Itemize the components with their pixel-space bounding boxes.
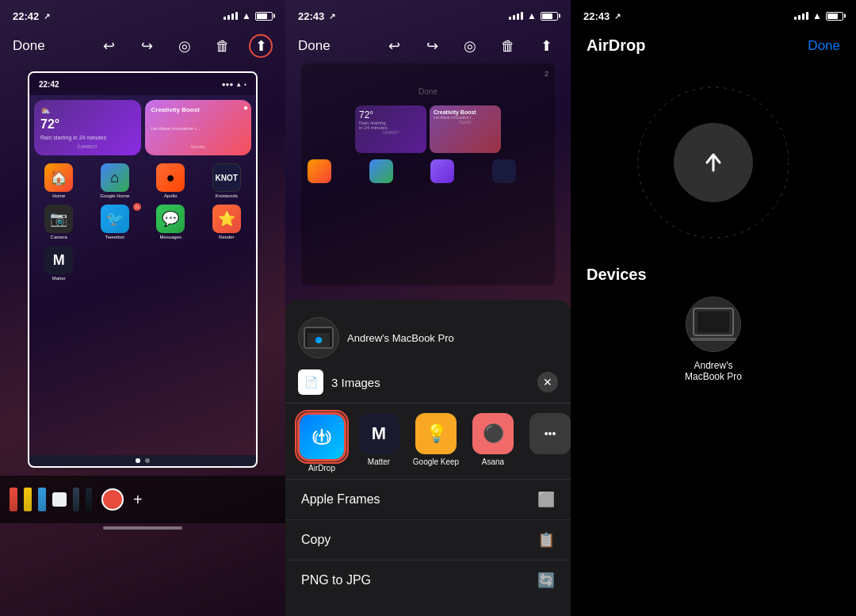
redo-icon[interactable]: ↪ xyxy=(135,34,159,58)
more-dots: ••• xyxy=(545,427,556,440)
airdrop-app-item[interactable]: AirDrop xyxy=(298,413,346,473)
airdrop-icon-wrapper xyxy=(298,413,346,461)
airdrop-ring xyxy=(295,410,349,464)
inner-status-bar-1: 22:42 ●●● ▲ ▪ xyxy=(29,73,256,95)
airdrop-header: AirDrop Done xyxy=(571,29,856,59)
music-widget: ● Creativity Boost Let these innovative … xyxy=(145,100,252,155)
png-to-jpg-action[interactable]: PNG to JPG 🔄 xyxy=(285,560,571,600)
status-bar-2: 22:43 ↗ ▲ xyxy=(285,0,571,29)
camera-label: Camera xyxy=(51,235,67,239)
apple-frames-action[interactable]: Apple Frames ⬜ xyxy=(285,479,571,519)
bg-app-1 xyxy=(308,159,331,183)
app-camera[interactable]: 📷 Camera xyxy=(34,205,84,239)
weather-label: CARROT xyxy=(40,144,135,149)
app-tweetbot[interactable]: 🐦 21 Tweetbot xyxy=(90,205,140,239)
home-indicator-1 xyxy=(103,526,182,530)
bg-page-num: 2 xyxy=(301,63,555,84)
trash-icon-2[interactable]: 🗑 xyxy=(496,34,520,58)
matter-app-item[interactable]: M Matter xyxy=(355,413,403,466)
time-3: 22:43 xyxy=(583,10,610,22)
toolbar-icons-2: ↩ ↪ ◎ 🗑 ⬆ xyxy=(382,34,558,58)
device-name: Andrew'sMacBook Pro xyxy=(685,360,742,382)
time-1: 22:42 xyxy=(13,10,39,22)
location-icon-1: ↗ xyxy=(44,12,50,21)
drawing-toolbar: + xyxy=(0,476,285,523)
layers-icon-2[interactable]: ◎ xyxy=(458,34,482,58)
png-to-jpg-icon: 🔄 xyxy=(537,572,555,589)
asana-item[interactable]: ⚫ Asana xyxy=(469,413,517,466)
share-device-row: Andrew's MacBook Pro xyxy=(285,309,571,363)
inner-signal-1: ●●● xyxy=(222,81,234,88)
battery-icon-2 xyxy=(541,12,558,21)
pencil-blue-tool[interactable] xyxy=(38,488,46,511)
done-button-1[interactable]: Done xyxy=(13,38,45,54)
app-home[interactable]: 🏠 Home xyxy=(34,163,84,198)
dot-1 xyxy=(136,458,140,463)
status-bar-1: 22:42 ↗ ▲ xyxy=(0,0,285,29)
asana-label: Asana xyxy=(482,457,504,466)
tweetbot-badge: 21 xyxy=(133,203,141,211)
device-item-macbook[interactable]: Andrew'sMacBook Pro xyxy=(587,297,840,382)
signal-icon-3 xyxy=(794,12,808,20)
keep-icon-symbol: 💡 xyxy=(426,423,447,444)
reeder-label: Reeder xyxy=(219,235,235,239)
knotwords-icon: KNOT xyxy=(212,163,241,192)
app-google-home[interactable]: ⌂ Google Home xyxy=(90,163,140,198)
add-button[interactable]: + xyxy=(133,491,143,509)
redo-icon-2[interactable]: ↪ xyxy=(420,34,444,58)
status-left-2: 22:43 ↗ xyxy=(298,10,335,22)
share-icon-2[interactable]: ⬆ xyxy=(534,34,558,58)
screenshot-frame-1: 22:42 ●●● ▲ ▪ ⛅ 72° Rain starting in 24 … xyxy=(28,71,258,468)
share-close-button[interactable]: ✕ xyxy=(537,372,558,392)
panel-1: 22:42 ↗ ▲ Done ↩ ↪ ◎ 🗑 ⬆ xyxy=(0,0,285,616)
app-messages[interactable]: 💬 Messages xyxy=(146,205,196,239)
app-knotwords[interactable]: KNOT Knotwords xyxy=(202,163,252,198)
eraser-tool[interactable] xyxy=(52,492,67,507)
devices-label: Devices xyxy=(587,266,840,284)
camera-icon: 📷 xyxy=(44,205,73,233)
copy-action[interactable]: Copy 📋 xyxy=(285,519,571,560)
panel-2: 22:43 ↗ ▲ Done ↩ ↪ ◎ 🗑 ⬆ 2 xyxy=(285,0,571,616)
wifi-icon-2: ▲ xyxy=(527,10,537,21)
location-icon-2: ↗ xyxy=(329,12,335,21)
inner-time-1: 22:42 xyxy=(39,80,59,89)
pencil-red-tool[interactable] xyxy=(10,488,17,511)
canvas-area-1: 22:42 ●●● ▲ ▪ ⛅ 72° Rain starting in 24 … xyxy=(0,63,285,476)
inner-wifi-1: ▲ xyxy=(235,81,242,88)
share-images-count: 3 Images xyxy=(331,376,537,389)
trash-icon[interactable]: 🗑 xyxy=(211,34,235,58)
airdrop-done-button[interactable]: Done xyxy=(808,38,840,54)
bg-done: Done xyxy=(301,84,555,99)
dot-2 xyxy=(145,458,150,463)
time-2: 22:43 xyxy=(298,10,324,22)
airdrop-title: AirDrop xyxy=(587,36,645,55)
undo-icon[interactable]: ↩ xyxy=(97,34,120,58)
inner-status-icons-1: ●●● ▲ ▪ xyxy=(222,81,246,88)
bg-music: Creativity Boost Let these innovative t.… xyxy=(430,105,501,153)
pen-dark-tool[interactable] xyxy=(73,488,79,511)
copy-label: Copy xyxy=(301,533,528,547)
share-apps-row: AirDrop M Matter 💡 Google Keep ⚫ xyxy=(285,404,571,479)
bg-app-3 xyxy=(430,159,454,183)
airdrop-label: AirDrop xyxy=(308,464,335,473)
app-matter[interactable]: M Matter xyxy=(34,246,84,281)
matter-label: Matter xyxy=(52,276,66,281)
undo-icon-2[interactable]: ↩ xyxy=(382,34,406,58)
matter-icon: M xyxy=(44,246,73,274)
matter-share-icon: M xyxy=(358,413,399,454)
more-item[interactable]: ••• xyxy=(526,413,571,454)
macbook-body xyxy=(693,308,734,336)
pencil-yellow-tool[interactable] xyxy=(24,488,32,511)
app-reeder[interactable]: ⭐ Reeder xyxy=(202,205,252,239)
signal-icon-2 xyxy=(509,12,523,20)
macbook-share-icon xyxy=(298,317,339,358)
airdrop-radar xyxy=(571,59,856,258)
layers-icon[interactable]: ◎ xyxy=(173,34,197,58)
share-icon-1[interactable]: ⬆ xyxy=(249,34,273,58)
done-button-2[interactable]: Done xyxy=(298,38,331,54)
app-apollo[interactable]: ● Apollo xyxy=(146,163,196,198)
google-keep-item[interactable]: 💡 Google Keep xyxy=(412,413,460,466)
record-button[interactable] xyxy=(101,488,124,511)
pen-dark2-tool[interactable] xyxy=(86,488,92,511)
airdrop-devices-section: Devices Andrew'sMacBook Pro xyxy=(571,258,856,390)
